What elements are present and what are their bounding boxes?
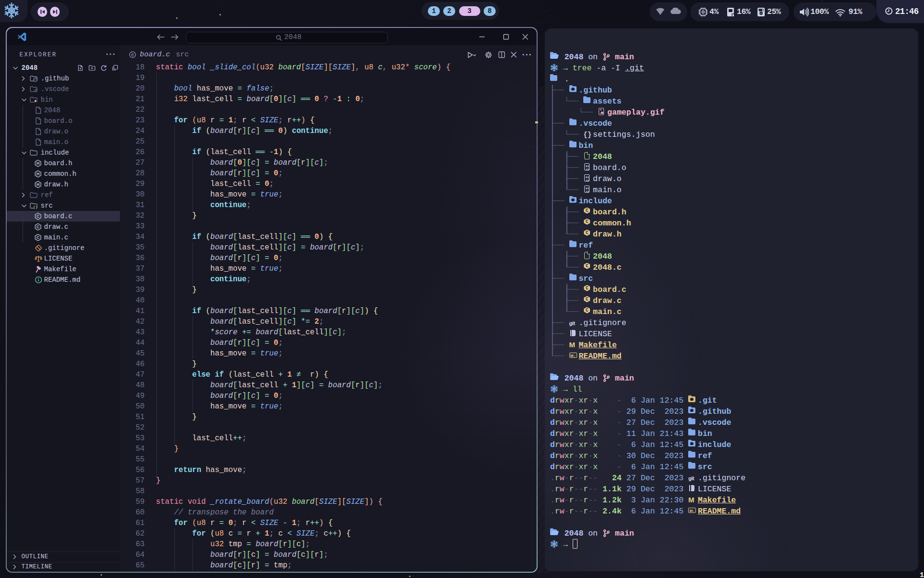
- svg-text:C: C: [36, 235, 39, 240]
- svg-text:H: H: [36, 171, 39, 176]
- svg-text:H: H: [36, 161, 39, 166]
- svg-text:H: H: [36, 182, 39, 187]
- svg-text:C: C: [36, 214, 39, 219]
- svg-text:(): (): [33, 205, 37, 209]
- svg-text:C: C: [131, 53, 134, 57]
- svg-text:C: C: [36, 224, 39, 229]
